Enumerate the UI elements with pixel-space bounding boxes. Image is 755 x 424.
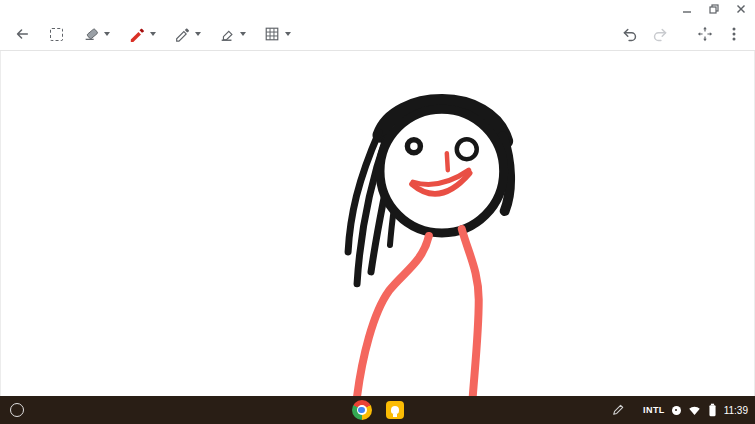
clock: 11:39 [724,405,748,416]
grid-icon [264,26,280,42]
body-left-stroke [357,236,429,396]
kebab-menu-icon [727,26,741,42]
expand-icon [697,26,713,42]
launcher-button[interactable] [10,403,24,417]
battery-icon [708,403,717,417]
highlighter-icon [219,26,235,42]
lightbulb-icon [391,406,399,414]
grid-dropdown-chevron-icon[interactable] [285,32,291,36]
canvas-drawing [1,51,754,396]
drawing-toolbar [0,18,755,51]
marker-dropdown-chevron-icon[interactable] [195,32,201,36]
select-tool-button[interactable] [48,21,65,47]
redo-button[interactable] [650,21,671,47]
stylus-icon [612,404,624,416]
eraser-tool-button[interactable] [81,21,101,47]
minimize-button[interactable] [681,3,693,15]
chrome-canvas-window: INTL 11:39 [0,0,755,424]
right-eye-stroke [457,139,477,159]
back-button[interactable] [12,21,32,47]
back-arrow-icon [14,26,30,42]
undo-button[interactable] [619,21,640,47]
grid-tool-button[interactable] [262,21,282,47]
drawing-canvas[interactable] [0,51,755,396]
pen-icon [128,26,145,43]
left-eye-stroke [407,140,420,153]
eraser-icon [83,26,99,42]
chrome-app-icon[interactable] [352,400,372,420]
input-method-indicator: INTL [643,405,665,415]
titlebar [0,0,755,18]
wifi-icon [688,404,701,416]
nose-stroke [447,153,448,170]
body-right-stroke [462,229,479,396]
redo-icon [652,26,669,43]
notification-icon [672,406,681,415]
pen-dropdown-chevron-icon[interactable] [150,32,156,36]
highlighter-tool-button[interactable] [217,21,237,47]
highlighter-dropdown-chevron-icon[interactable] [240,32,246,36]
eraser-dropdown-chevron-icon[interactable] [104,32,110,36]
head-stroke [380,109,504,233]
more-options-button[interactable] [725,21,743,47]
undo-icon [621,26,638,43]
selection-icon [50,28,63,41]
status-tray[interactable]: INTL 11:39 [643,403,748,417]
marker-tool-button[interactable] [172,21,192,47]
chromeos-shelf: INTL 11:39 [0,396,755,424]
close-button[interactable] [735,3,747,15]
stylus-tools-button[interactable] [612,404,624,416]
restore-button[interactable] [708,3,720,15]
pen-tool-button[interactable] [126,21,147,47]
marker-icon [174,26,190,42]
keep-app-icon[interactable] [386,401,404,419]
expand-button[interactable] [695,21,715,47]
